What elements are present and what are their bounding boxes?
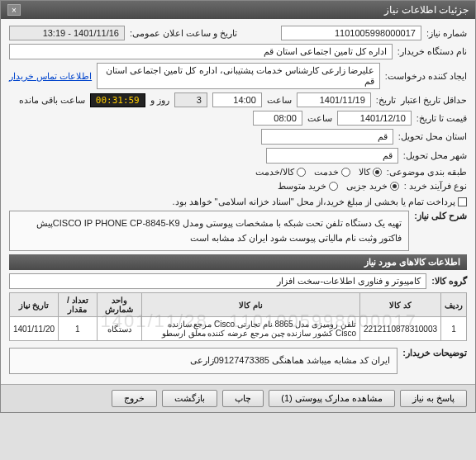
print-button[interactable]: چاپ (222, 390, 264, 407)
close-icon[interactable]: × (7, 4, 21, 16)
req-no-label: شماره نیاز: (426, 28, 467, 39)
countdown-timer: 00:31:59 (90, 93, 145, 107)
exit-button[interactable]: خروج (112, 390, 157, 407)
category-radios: کالا خدمت کالا/خدمت (255, 167, 382, 178)
window-title: جزئیات اطلاعات نیاز (384, 4, 469, 16)
back-button[interactable]: بازگشت (162, 390, 217, 407)
cell-idx: 1 (441, 317, 467, 341)
buy-process-radios: خرید جزیی خرید متوسط (278, 181, 399, 192)
deliver-city: قم (266, 148, 398, 164)
price-until-time-label: ساعت (307, 113, 332, 124)
radio-goods-service[interactable]: کالا/خدمت (255, 167, 306, 178)
radio-dot-icon (329, 182, 338, 191)
table-header-row: ردیف کد کالا نام کالا واحد شمارش تعداد /… (10, 293, 467, 317)
deliver-city-label: شهر محل تحویل: (403, 150, 467, 161)
footer-buttons: پاسخ به نیاز مشاهده مدارک پیوستی (1) چاپ… (1, 384, 475, 412)
creator-value: علیرضا زارعی کارشناس خدمات پشتیبانی، ادا… (97, 63, 380, 89)
announce-value: 1401/11/16 - 13:19 (9, 26, 125, 40)
deadline-date: 1401/11/19 (297, 92, 371, 107)
cell-code: 2212110878310003 (360, 317, 441, 341)
deadline-time: 14:00 (212, 92, 262, 107)
group-value: کامپیوتر و فناوری اطلاعات-سخت افزار (9, 273, 426, 289)
cell-name: تلفن رومیزی مدل 8865 نام تجارتی Cisco مر… (141, 317, 359, 341)
creator-label: ایجاد کننده درخواست: (385, 71, 467, 82)
deadline-time-label: ساعت (267, 95, 292, 106)
cell-unit: دستگاه (97, 317, 141, 341)
radio-dot-icon (297, 168, 306, 177)
radio-buy-mid[interactable]: خرید متوسط (278, 181, 338, 192)
items-table: ردیف کد کالا نام کالا واحد شمارش تعداد /… (9, 292, 467, 341)
th-unit: واحد شمارش (97, 293, 141, 317)
requirement-details-window: جزئیات اطلاعات نیاز × شماره نیاز: 110100… (0, 0, 476, 413)
th-code: کد کالا (360, 293, 441, 317)
buy-process-label: نوع فرآیند خرید : (404, 181, 467, 192)
checkbox-icon (458, 197, 467, 206)
general-desc-label: شرح کلی نیاز: (414, 211, 467, 221)
category-label: طبقه بندی موضوعی: (387, 167, 467, 178)
buyer-note-label: توضیحات خریدار: (402, 348, 467, 358)
radio-dot-icon (373, 168, 382, 177)
radio-dot-icon (390, 182, 399, 191)
radio-goods-label: کالا (359, 167, 370, 178)
radio-service[interactable]: خدمت (314, 167, 350, 178)
deadline-label: حداقل تاریخ اعتبار (401, 95, 467, 106)
table-row: 1 2212110878310003 تلفن رومیزی مدل 8865 … (10, 317, 467, 341)
announce-label: تاریخ و ساعت اعلان عمومی: (130, 28, 237, 39)
radio-goods[interactable]: کالا (359, 167, 382, 178)
radio-gs-label: کالا/خدمت (255, 167, 294, 178)
title-bar: جزئیات اطلاعات نیاز × (1, 1, 475, 19)
deliver-province: قم (261, 129, 393, 145)
attachments-button[interactable]: مشاهده مدارک پیوستی (1) (269, 390, 395, 407)
req-no-value: 1101005998000017 (281, 26, 421, 40)
price-until-time: 08:00 (253, 111, 302, 126)
buyer-note-text: ایران کد مشابه میباشد هماهنگی 0912747338… (9, 348, 397, 374)
th-idx: ردیف (441, 293, 467, 317)
remain-label: ساعت باقی مانده (19, 95, 85, 106)
buyer-org-label: نام دستگاه خریدار: (397, 46, 467, 57)
radio-buy-low[interactable]: خرید جزیی (346, 181, 399, 192)
general-desc-text: تهیه یک دستگاه تلفن تحت شبکه با مشخصات پ… (9, 211, 409, 251)
radio-buy-low-label: خرید جزیی (346, 181, 388, 192)
treasury-checkbox[interactable]: پرداخت تمام یا بخشی از مبلغ خرید،از محل … (172, 197, 467, 207)
price-until-label: قیمت تا تاریخ: (416, 113, 467, 124)
reply-button[interactable]: پاسخ به نیاز (400, 390, 467, 407)
contact-link[interactable]: اطلاعات تماس خریدار (9, 71, 92, 82)
radio-dot-icon (341, 168, 350, 177)
deadline-label2: تاریخ: (376, 95, 396, 106)
days-label: روز و (150, 95, 169, 106)
cell-qty: 1 (59, 317, 98, 341)
days-remaining: 3 (174, 92, 207, 107)
price-until-date: 1401/12/10 (337, 111, 412, 126)
radio-service-label: خدمت (314, 167, 339, 178)
radio-buy-mid-label: خرید متوسط (278, 181, 326, 192)
buyer-org-value: اداره کل تامین اجتماعی استان قم (9, 44, 393, 59)
items-section-header: اطلاعات کالاهای مورد نیاز (9, 254, 467, 270)
items-table-wrap: 1101005998000017 - 1401/11/28 ردیف کد کا… (9, 292, 467, 341)
form-content: شماره نیاز: 1101005998000017 تاریخ و ساع… (1, 19, 475, 384)
deliver-province-label: استان محل تحویل: (398, 131, 467, 142)
th-qty: تعداد / مقدار (59, 293, 98, 317)
th-name: نام کالا (141, 293, 359, 317)
group-label: گروه کالا: (431, 276, 467, 287)
treasury-note: پرداخت تمام یا بخشی از مبلغ خرید،از محل … (172, 197, 455, 207)
th-date: تاریخ نیاز (10, 293, 59, 317)
cell-date: 1401/11/20 (10, 317, 59, 341)
